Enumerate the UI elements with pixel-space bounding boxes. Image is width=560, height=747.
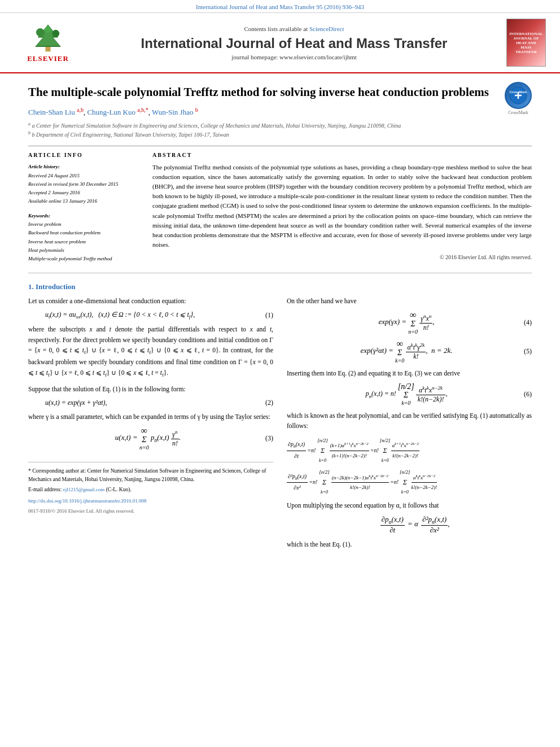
svg-point-4 (52, 30, 59, 37)
svg-point-5 (45, 27, 51, 33)
journal-header: ELSEVIER Contents lists available at Sci… (0, 13, 560, 73)
svg-point-3 (36, 28, 45, 37)
body-left: 1. Introduction Let us consider a one-di… (28, 280, 273, 554)
eq5-content: exp(γ²αt) = ∞ Σ k=0 αktkγ2k k! , n = 2k. (298, 339, 515, 364)
intro-para1: Let us consider a one-dimensional heat c… (28, 296, 273, 306)
crossmark-label: CrossMark (505, 110, 532, 115)
keyword-1: Backward heat conduction problem (28, 229, 141, 237)
intro-para4: where γ is a small parameter, which can … (28, 412, 273, 422)
equation-8: ∂pn(x,t) ∂t = α ∂²pn(x,t) ∂x² , (298, 515, 532, 535)
top-bar: International Journal of Heat and Mass T… (0, 0, 560, 13)
abstract: ABSTRACT The polynomial Trefftz method c… (152, 152, 532, 263)
body-right: On the other hand we have exp(γx) = ∞ Σ … (287, 280, 532, 554)
journal-cover-section: INTERNATIONAL JOURNAL OF HEAT AND MASS T… (504, 19, 549, 67)
keyword-4: Multiple-scale polynomial Trefftz method (28, 255, 141, 263)
paper-container: CrossMark CrossMark The multiple-scale p… (0, 73, 560, 571)
equation-4: exp(γx) = ∞ Σ n=0 γnxn n! , (4) (298, 311, 532, 335)
right-para2: Inserting them into Eq. (2) and equating… (287, 368, 532, 378)
history-item-0: Received 24 August 2015 (28, 172, 141, 180)
footnote: * Corresponding author at: Center for Nu… (28, 462, 273, 515)
keyword-2: Inverse heat source problem (28, 238, 141, 246)
eq7a: ∂pn(x,t) ∂t = n! [n/2] Σ k=0 (k+1)αk+1tk… (287, 436, 532, 465)
equation-2: u(x,t) = exp(γx + γ²αt), (2) (40, 399, 273, 407)
contents-line: Contents lists available at ScienceDirec… (85, 25, 504, 32)
elsevier-logo: ELSEVIER (25, 22, 71, 63)
journal-title: International Journal of Heat and Mass T… (85, 36, 504, 51)
eq2-number: (2) (256, 399, 273, 407)
issn-line: 0017-9310/© 2016 Elsevier Ltd. All right… (28, 508, 273, 516)
keyword-0: Inverse problem (28, 220, 141, 229)
intro-para3: Suppose that the solution of Eq. (1) is … (28, 384, 273, 394)
abstract-text: The polynomial Trefftz method consists o… (152, 163, 532, 249)
title-section: CrossMark CrossMark The multiple-scale p… (28, 85, 532, 100)
eq5-number: (5) (515, 347, 532, 356)
eq2-content: u(x,t) = exp(γx + γ²αt), (40, 399, 256, 407)
email-link[interactable]: ejl1215@gmail.com (63, 487, 105, 492)
doi-link[interactable]: http://dx.doi.org/10.1016/j.ijheatmasstr… (28, 498, 147, 504)
author-3: Wun-Sin Jhao (152, 108, 194, 117)
article-info-abstract: ARTICLE INFO Article history: Received 2… (28, 146, 532, 263)
homepage-line: journal homepage: www.elsevier.com/locat… (85, 54, 504, 60)
sciencedirect-link[interactable]: ScienceDirect (309, 25, 344, 32)
footnote-text: * Corresponding author at: Center for Nu… (28, 467, 273, 483)
right-para4: Upon multiplying the second equation by … (287, 500, 532, 510)
eq8-content: ∂pn(x,t) ∂t = α ∂²pn(x,t) ∂x² , (298, 515, 532, 535)
journal-cover-image: INTERNATIONAL JOURNAL OF HEAT AND MASS T… (506, 19, 546, 67)
intro-heading: 1. Introduction (28, 282, 273, 291)
equation-6: pn(x,t) = n! [n/2] Σ k=0 αktkxn−2k k!(n−… (298, 383, 532, 406)
equation-7: ∂pn(x,t) ∂t = n! [n/2] Σ k=0 (k+1)αk+1tk… (287, 436, 532, 497)
equation-1: ut(x,t) = αuxx(x,t), (x,t) ∈ Ω := {0 < x… (40, 311, 273, 320)
elsevier-name: ELSEVIER (27, 54, 69, 63)
journal-citation: International Journal of Heat and Mass T… (196, 3, 364, 10)
email-label: E-mail address: (28, 487, 62, 492)
paper-title: The multiple-scale polynomial Trefftz me… (28, 85, 532, 100)
article-info-title: ARTICLE INFO (28, 152, 141, 158)
right-para5: which is the heat Eq. (1). (287, 539, 532, 549)
intro-para2: where the subscripts x and t denote the … (28, 324, 273, 379)
crossmark-icon: CrossMark (509, 86, 527, 104)
keywords-label: Keywords: (28, 212, 141, 220)
eq3-content: u(x,t) = ∞ Σ n=0 pn(x,t) γn n! . (40, 426, 256, 451)
eq7b: ∂²pn(x,t) ∂x² = n! [n/2] Σ k=0 (n−2k)(n−… (287, 468, 532, 497)
keyword-3: Heat polynomials (28, 246, 141, 255)
right-para3: which is known as the heat polynomial, a… (287, 410, 532, 431)
eq6-content: pn(x,t) = n! [n/2] Σ k=0 αktkxn−2k k!(n−… (298, 383, 515, 406)
doi-line: http://dx.doi.org/10.1016/j.ijheatmasstr… (28, 497, 273, 505)
eq1-number: (1) (256, 311, 273, 320)
eq3-number: (3) (256, 434, 273, 443)
affiliation-a: a a Center for Numerical Simulation Soft… (28, 121, 532, 130)
eq4-content: exp(γx) = ∞ Σ n=0 γnxn n! , (298, 311, 515, 335)
crossmark: CrossMark CrossMark (505, 82, 532, 115)
copyright: © 2016 Elsevier Ltd. All rights reserved… (152, 254, 532, 260)
crossmark-badge: CrossMark (505, 82, 532, 109)
section-divider (28, 273, 532, 273)
author-1: Chein-Shan Liu (28, 108, 75, 117)
equation-5: exp(γ²αt) = ∞ Σ k=0 αktkγ2k k! , n = 2k.… (298, 339, 532, 364)
history-item-1: Received in revised form 30 December 201… (28, 180, 141, 189)
eq4-number: (4) (515, 318, 532, 327)
keywords: Keywords: Inverse problem Backward heat … (28, 212, 141, 264)
abstract-title: ABSTRACT (152, 152, 532, 158)
affiliation-b: b b Department of Civil Engineering, Nat… (28, 130, 532, 139)
affiliations: a a Center for Numerical Simulation Soft… (28, 121, 532, 139)
article-history: Article history: Received 24 August 2015… (28, 163, 141, 206)
journal-header-center: Contents lists available at ScienceDirec… (85, 25, 504, 60)
body-two-col: 1. Introduction Let us consider a one-di… (28, 280, 532, 554)
right-para1: On the other hand we have (287, 296, 532, 306)
email-note: (C-L. Kuo). (106, 487, 132, 492)
eq1-content: ut(x,t) = αuxx(x,t), (x,t) ∈ Ω := {0 < x… (40, 311, 256, 320)
elsevier-logo-section: ELSEVIER (11, 22, 85, 63)
equation-3: u(x,t) = ∞ Σ n=0 pn(x,t) γn n! . (3) (40, 426, 273, 451)
history-item-2: Accepted 2 January 2016 (28, 189, 141, 197)
history-item-3: Available online 13 January 2016 (28, 197, 141, 206)
elsevier-tree-icon (25, 22, 71, 53)
article-info: ARTICLE INFO Article history: Received 2… (28, 152, 141, 263)
eq6-number: (6) (515, 390, 532, 399)
author-2: Chung-Lun Kuo (87, 108, 135, 117)
authors-line: Chein-Shan Liu a,b, Chung-Lun Kuo a,b,*,… (28, 107, 532, 117)
email-line: E-mail address: ejl1215@gmail.com (C-L. … (28, 486, 273, 494)
history-label: Article history: (28, 163, 141, 171)
